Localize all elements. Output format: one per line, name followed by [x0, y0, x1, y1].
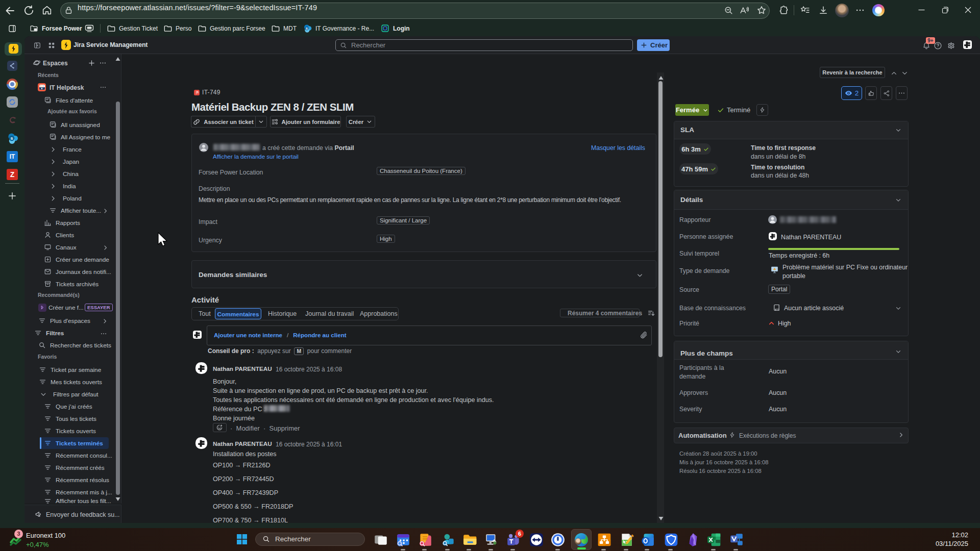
svg-text:s: s	[11, 136, 13, 141]
svg-text:s: s	[306, 27, 308, 31]
